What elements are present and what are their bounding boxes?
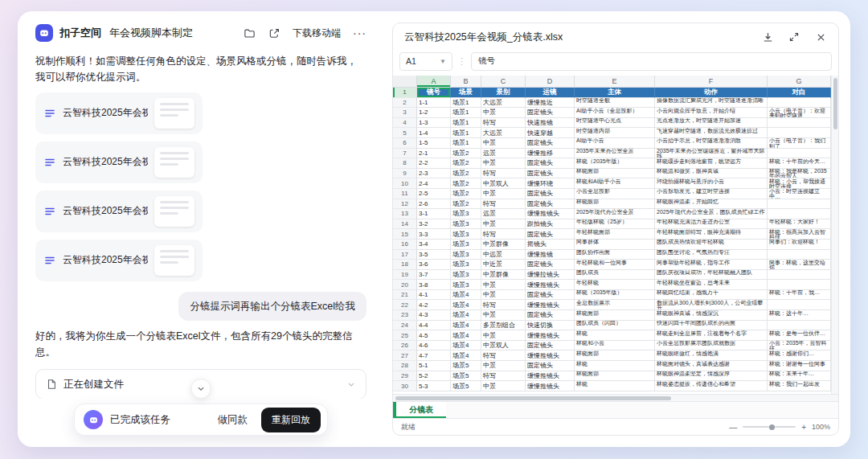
cell[interactable]: 场景 [451, 88, 481, 98]
cell[interactable]: 林晓面部 [575, 310, 655, 321]
cell[interactable]: 林晓（2035年版） [575, 158, 655, 169]
cell[interactable]: 林晓 [575, 381, 655, 391]
cell[interactable]: 场景1 [451, 108, 481, 118]
cell[interactable]: 场景3 [451, 250, 481, 260]
cell[interactable]: 林晓：十年前的今天… [768, 158, 831, 169]
cell[interactable]: 场景2 [451, 149, 481, 159]
cell[interactable]: 1-2 [417, 108, 451, 118]
row-number[interactable]: 17 [393, 250, 417, 260]
cell[interactable]: 场景2 [451, 169, 481, 179]
cell[interactable]: 场景4 [451, 300, 481, 310]
cell[interactable]: 年轻林晓面部 [575, 229, 655, 240]
cell[interactable]: 场景1 [451, 118, 481, 129]
cell[interactable] [768, 199, 831, 210]
row-number[interactable]: 23 [393, 310, 417, 321]
row-number[interactable]: 29 [393, 371, 417, 382]
cell[interactable]: 中景 [481, 189, 526, 199]
cell[interactable]: 时空隧道内部 [575, 128, 655, 138]
cell[interactable]: 缓慢推镜头 [526, 350, 575, 361]
cell[interactable]: 飞速穿越时空隧道，数据流光效极速掠过 [655, 128, 768, 138]
horizontal-scroll-thumb[interactable] [395, 396, 671, 400]
select-all-corner[interactable] [393, 76, 417, 87]
row-number[interactable]: 7 [393, 149, 417, 159]
cell[interactable]: 场景4 [451, 330, 481, 341]
download-icon[interactable] [761, 31, 774, 43]
cell[interactable]: 林晓：小云，帮我接通时空连接 [768, 178, 831, 189]
cell[interactable]: 中景 [481, 280, 526, 290]
replay-button[interactable]: 重新回放 [261, 408, 321, 432]
vertical-scrollbar[interactable] [831, 76, 838, 394]
cell[interactable]: 快速穿越 [526, 128, 575, 138]
cell[interactable]: 场景3 [451, 270, 481, 281]
chevron-down-icon[interactable]: ▼ [440, 58, 446, 65]
cell[interactable]: 林晓和小云 [575, 341, 655, 351]
cell[interactable]: 固定镜头 [526, 158, 575, 169]
cell[interactable]: 固定镜头 [526, 108, 575, 118]
cell[interactable]: 4-6 [417, 341, 451, 351]
cell[interactable]: 林晓眼神温柔坚定，情感深厚 [655, 371, 768, 382]
cell[interactable]: 3-1 [417, 209, 451, 219]
cell[interactable]: 林晓：是每一位伙伴… [768, 330, 831, 341]
cell[interactable]: 小云（电子音）：欢迎来到时空隧道 [768, 108, 831, 118]
cell[interactable]: 林晓姿态挺拔，传递信心和希望 [655, 381, 768, 391]
cell[interactable] [768, 280, 831, 290]
cell[interactable]: 大远景 [481, 128, 526, 138]
cell[interactable] [768, 98, 831, 109]
cell[interactable]: 摇镜头 [526, 240, 575, 250]
zoom-slider[interactable] [743, 426, 796, 428]
cell[interactable] [768, 149, 831, 159]
cell[interactable]: 团队成员 [575, 270, 655, 281]
cell[interactable]: 远景 [481, 149, 526, 159]
row-number[interactable]: 12 [393, 199, 417, 210]
cell[interactable]: 缓慢推镜头 [526, 371, 575, 382]
cell[interactable]: 多景别组合 [481, 321, 526, 331]
cell[interactable]: 跟拍镜头 [526, 219, 575, 230]
cell[interactable]: 场景4 [451, 321, 481, 331]
cell[interactable]: 固定镜头 [526, 260, 575, 270]
close-icon[interactable] [814, 31, 827, 43]
cell[interactable] [768, 118, 831, 129]
cell[interactable]: 摄像数据流汇聚成光河，时空隧道逐渐清晰 [655, 98, 768, 109]
cell[interactable]: 4-1 [417, 290, 451, 301]
cell[interactable]: 固定镜头 [526, 169, 575, 179]
cell[interactable]: 缓慢推镜 [526, 250, 575, 260]
row-number[interactable]: 6 [393, 138, 417, 149]
cell[interactable]: 场景5 [451, 381, 481, 391]
cell[interactable]: 场景3 [451, 209, 481, 219]
cell[interactable] [768, 209, 831, 219]
row-number[interactable]: 2 [393, 98, 417, 109]
cell[interactable]: 团队成员（闪回） [575, 321, 655, 331]
cell[interactable]: 2035年未来办公室全景 [575, 149, 655, 159]
cell[interactable]: 缓慢推近 [526, 98, 575, 109]
cell[interactable]: 林晓走到全息屏前，注视着每个名字 [655, 330, 768, 341]
cell[interactable] [768, 321, 831, 331]
cell[interactable]: 缓慢推镜头 [526, 330, 575, 341]
row-number[interactable]: 19 [393, 270, 417, 281]
cell[interactable]: 小云全息投影 [575, 189, 655, 199]
cell[interactable]: 场景2 [451, 178, 481, 189]
row-number[interactable]: 4 [393, 118, 417, 129]
cell[interactable]: 林晓（2035年版） [575, 290, 655, 301]
cell[interactable]: 年轻林晓坐在窗边，思考未来 [655, 280, 768, 290]
cell[interactable] [768, 128, 831, 138]
cell[interactable]: 林晓面部 [575, 350, 655, 361]
cell[interactable]: 中近景 [481, 260, 526, 270]
column-header-a[interactable]: A [417, 76, 451, 87]
cell[interactable]: 3-8 [417, 280, 451, 290]
row-number[interactable]: 16 [393, 240, 417, 250]
cell[interactable]: 2025年现代办公室全景，团队成员忙碌工作 [655, 209, 768, 219]
cell[interactable]: 同事群体 [575, 240, 655, 250]
cell[interactable]: 2035年未来办公室缓缓推近，窗外城市天际线 [655, 149, 768, 159]
cell[interactable]: 3-6 [417, 260, 451, 270]
cell[interactable]: 林晓面部 [575, 371, 655, 382]
row-number[interactable]: 8 [393, 158, 417, 169]
cell[interactable]: 5-3 [417, 381, 451, 391]
column-header-c[interactable]: C [481, 76, 526, 87]
cell[interactable]: 中景双人 [481, 341, 526, 351]
cell[interactable]: 全息数据展示 [575, 300, 655, 310]
cell[interactable]: 快速闪回十年间团队成长的画面 [655, 321, 768, 331]
zoom-in-button[interactable]: + [801, 423, 806, 432]
cell[interactable]: 林晓和AI助手小云 [575, 178, 655, 189]
horizontal-scrollbar[interactable] [393, 394, 838, 401]
cell[interactable]: 小云脉动发光，建立时空连接 [655, 189, 768, 199]
